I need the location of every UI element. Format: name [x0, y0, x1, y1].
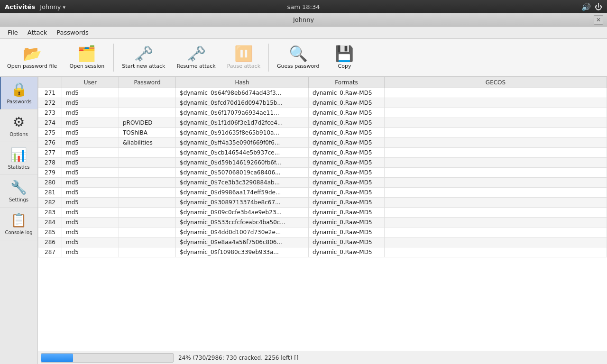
table-row[interactable]: 273 md5 $dynamic_0$6f17079a6934ae11... d…	[38, 108, 607, 118]
cell-hash: $dynamic_0$7ce3b3c3290884ab...	[176, 178, 309, 188]
volume-icon[interactable]: 🔊	[581, 2, 591, 11]
cell-user: md5	[62, 178, 119, 188]
cell-num: 278	[38, 158, 62, 168]
table-row[interactable]: 285 md5 $dynamic_0$4dd0d1007d730e2e... d…	[38, 228, 607, 237]
cell-password	[119, 237, 176, 247]
table-row[interactable]: 283 md5 $dynamic_0$09c0cfe3b4ae9eb23... …	[38, 208, 607, 218]
menu-file[interactable]: File	[4, 28, 22, 37]
cell-num: 282	[38, 198, 62, 208]
title-bar: Johnny ✕	[0, 13, 607, 27]
cell-num: 276	[38, 138, 62, 148]
topbar-right: 🔊 ⏻	[581, 2, 602, 11]
cell-password	[119, 108, 176, 118]
cell-num: 271	[38, 88, 62, 98]
cell-user: md5	[62, 148, 119, 158]
table-row[interactable]: 271 md5 $dynamic_0$64f98eb6d74ad43f3... …	[38, 88, 607, 98]
open-file-icon: 📂	[23, 46, 42, 61]
cell-num: 286	[38, 237, 62, 247]
power-icon[interactable]: ⏻	[595, 2, 602, 11]
table-row[interactable]: 278 md5 $dynamic_0$d59b146192660fb6f... …	[38, 158, 607, 168]
cell-password	[119, 228, 176, 237]
table-scroll[interactable]: User Password Hash Formats GECOS 271 md5…	[38, 77, 607, 351]
cell-gecos	[385, 148, 607, 158]
table-row[interactable]: 280 md5 $dynamic_0$7ce3b3c3290884ab... d…	[38, 178, 607, 188]
table-row[interactable]: 279 md5 $dynamic_0$507068019ca68406... d…	[38, 168, 607, 178]
cell-formats: dynamic_0,Raw-MD5	[309, 108, 385, 118]
statistics-label: Statistics	[8, 164, 30, 170]
copy-label: Copy	[338, 63, 351, 69]
table-row[interactable]: 281 md5 $dynamic_0$d9986aa174eff59de... …	[38, 188, 607, 198]
start-new-attack-button[interactable]: 🗝️ Start new attack	[117, 41, 170, 74]
cell-hash: $dynamic_0$1f1d06f3e1d7d2fce4...	[176, 118, 309, 128]
cell-password	[119, 88, 176, 98]
cell-gecos	[385, 168, 607, 178]
col-header-hash: Hash	[176, 77, 309, 88]
menu-passwords[interactable]: Passwords	[53, 28, 92, 37]
cell-password	[119, 98, 176, 108]
window-title: Johnny	[293, 16, 314, 23]
resume-attack-label: Resume attack	[177, 63, 216, 69]
cell-hash: $dynamic_0$fcd70d16d0947b15b...	[176, 98, 309, 108]
cell-formats: dynamic_0,Raw-MD5	[309, 168, 385, 178]
table-row[interactable]: 275 md5 TOShIBA $dynamic_0$91d635f8e65b9…	[38, 128, 607, 138]
cell-gecos	[385, 88, 607, 98]
toolbar-separator-1	[113, 44, 114, 72]
open-file-label: Open password file	[7, 63, 57, 69]
open-session-button[interactable]: 🗂️ Open session	[63, 41, 110, 74]
table-row[interactable]: 272 md5 $dynamic_0$fcd70d16d0947b15b... …	[38, 98, 607, 108]
pause-attack-button[interactable]: ⏸️ Pause attack	[222, 41, 266, 74]
menu-attack[interactable]: Attack	[24, 28, 51, 37]
cell-password	[119, 188, 176, 198]
sidebar: 🔒 Passwords ⚙️ Options 📊 Statistics 🔧 Se…	[0, 77, 38, 364]
sidebar-item-passwords[interactable]: 🔒 Passwords	[0, 77, 37, 109]
close-button[interactable]: ✕	[594, 15, 603, 25]
menu-bar: File Attack Passwords	[0, 27, 607, 39]
table-row[interactable]: 277 md5 $dynamic_0$cb146544e5b937ce... d…	[38, 148, 607, 158]
cell-user: md5	[62, 247, 119, 257]
guess-password-button[interactable]: 🔍 Guess password	[272, 41, 324, 74]
window-arrow-icon[interactable]: ▾	[63, 4, 65, 10]
resume-attack-button[interactable]: 🗝️ Resume attack	[172, 41, 221, 74]
options-icon: ⚙️	[13, 114, 25, 130]
table-row[interactable]: 286 md5 $dynamic_0$e8aa4a56f7506c806... …	[38, 237, 607, 247]
open-password-file-button[interactable]: 📂 Open password file	[2, 41, 62, 74]
sidebar-item-options[interactable]: ⚙️ Options	[0, 109, 37, 142]
cell-num: 274	[38, 118, 62, 128]
copy-icon: 💾	[335, 46, 354, 61]
settings-icon: 🔧	[10, 180, 27, 195]
table-row[interactable]: 276 md5 &liabilities $dynamic_0$ff4a35e0…	[38, 138, 607, 148]
cell-user: md5	[62, 198, 119, 208]
col-header-user: User	[62, 77, 119, 88]
table-row[interactable]: 282 md5 $dynamic_0$3089713374be8c67... d…	[38, 198, 607, 208]
cell-gecos	[385, 188, 607, 198]
cell-formats: dynamic_0,Raw-MD5	[309, 118, 385, 128]
cell-password	[119, 208, 176, 218]
toolbar-separator-2	[268, 44, 269, 72]
cell-gecos	[385, 178, 607, 188]
table-row[interactable]: 274 md5 pROViDED $dynamic_0$1f1d06f3e1d7…	[38, 118, 607, 128]
activities-button[interactable]: Activités	[5, 3, 35, 10]
cell-formats: dynamic_0,Raw-MD5	[309, 88, 385, 98]
cell-formats: dynamic_0,Raw-MD5	[309, 228, 385, 237]
cell-hash: $dynamic_0$e8aa4a56f7506c806...	[176, 237, 309, 247]
cell-formats: dynamic_0,Raw-MD5	[309, 237, 385, 247]
open-session-icon: 🗂️	[77, 46, 96, 61]
passwords-label: Passwords	[7, 99, 32, 104]
cell-gecos	[385, 108, 607, 118]
start-attack-icon: 🗝️	[134, 46, 153, 61]
cell-num: 272	[38, 98, 62, 108]
cell-password	[119, 148, 176, 158]
pause-attack-icon: ⏸️	[234, 46, 253, 61]
cell-password	[119, 247, 176, 257]
table-row[interactable]: 287 md5 $dynamic_0$f10980c339eb933a... d…	[38, 247, 607, 257]
sidebar-item-settings[interactable]: 🔧 Settings	[0, 175, 37, 208]
copy-button[interactable]: 💾 Copy	[325, 41, 363, 74]
cell-gecos	[385, 247, 607, 257]
table-row[interactable]: 284 md5 $dynamic_0$533ccfcfceabc4ba50c..…	[38, 218, 607, 228]
open-session-label: Open session	[70, 63, 105, 69]
cell-hash: $dynamic_0$d9986aa174eff59de...	[176, 188, 309, 198]
cell-password	[119, 218, 176, 228]
sidebar-item-statistics[interactable]: 📊 Statistics	[0, 142, 37, 175]
col-header-formats: Formats	[309, 77, 385, 88]
sidebar-item-console-log[interactable]: 📋 Console log	[0, 208, 37, 240]
